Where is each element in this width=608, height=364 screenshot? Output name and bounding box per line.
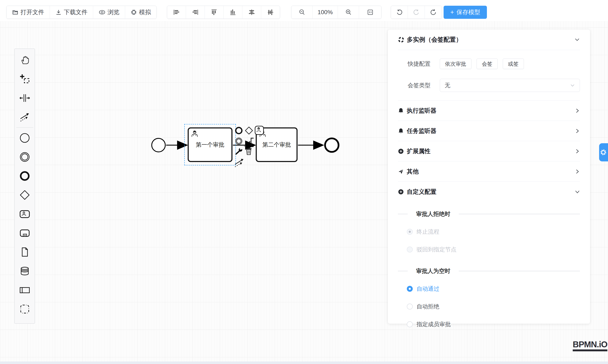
divider-line [398, 271, 408, 271]
create-participant[interactable] [14, 281, 35, 299]
bottom-bar [0, 362, 608, 364]
radio-auto-pass[interactable]: 自动通过 [407, 285, 580, 293]
sign-type-value: 无 [445, 81, 570, 89]
bpmn-io-logo[interactable]: BPMN.iO [573, 340, 607, 351]
quick-config-label: 快捷配置 [408, 60, 440, 68]
chevron-down-icon[interactable] [574, 37, 580, 42]
align-right-button[interactable] [186, 6, 205, 19]
simulate-button[interactable]: 模拟 [125, 6, 156, 19]
fit-viewport-icon [367, 9, 374, 16]
download-file-button[interactable]: 下载文件 [50, 6, 93, 19]
data-store-icon [19, 266, 30, 276]
section-custom-config[interactable]: 自定义配置 [398, 182, 580, 202]
save-model-button[interactable]: + 保存模型 [444, 6, 487, 19]
radio-return-to-node[interactable]: 驳回到指定节点 [407, 246, 580, 253]
zoom-level-value: 100% [318, 9, 333, 16]
zoom-in-button[interactable] [338, 6, 359, 19]
participant-icon [19, 285, 30, 296]
align-button-group [167, 6, 280, 19]
align-bottom-button[interactable] [224, 6, 242, 19]
wrench-icon[interactable] [235, 147, 243, 156]
bpmn-editor-app: 打开文件 下载文件 浏览 模拟 [0, 0, 608, 364]
radio-assign-member[interactable]: 指定成员审批 [407, 321, 580, 328]
download-icon [55, 9, 62, 15]
trash-icon[interactable] [244, 147, 253, 156]
quick-config-sequential-button[interactable]: 依次审批 [440, 59, 472, 69]
simulate-label: 模拟 [139, 8, 151, 16]
space-tool[interactable] [14, 89, 35, 107]
chevron-right-icon [575, 108, 580, 113]
section-extended-properties[interactable]: 扩展属性 [398, 141, 580, 161]
radio-label: 自动通过 [417, 285, 439, 293]
create-user-task[interactable] [14, 205, 35, 223]
subprocess-icon [19, 228, 30, 238]
open-file-button[interactable]: 打开文件 [7, 6, 50, 19]
connect-icon[interactable] [234, 157, 245, 168]
append-end-event-icon[interactable] [235, 126, 243, 135]
undo-button[interactable] [391, 6, 408, 19]
align-center-horizontal-button[interactable] [242, 6, 261, 19]
append-user-task-icon[interactable] [254, 126, 264, 135]
create-data-store[interactable] [14, 261, 35, 281]
redo-button[interactable] [408, 6, 425, 19]
quick-config-orsign-button[interactable]: 或签 [503, 59, 524, 69]
append-gateway-icon[interactable] [245, 126, 253, 135]
undo-icon [396, 9, 403, 16]
global-connect-tool[interactable] [14, 107, 35, 127]
section-task-listener[interactable]: 任务监听器 [398, 121, 580, 141]
preview-button[interactable]: 浏览 [93, 6, 125, 19]
align-left-button[interactable] [167, 6, 186, 19]
settings-tab[interactable] [599, 143, 608, 161]
folder-open-icon [12, 9, 18, 15]
align-middle-vertical-button[interactable] [261, 6, 280, 19]
plus-icon: + [450, 9, 454, 15]
radio-auto-reject[interactable]: 自动拒绝 [407, 303, 580, 310]
section-label: 执行监听器 [407, 107, 572, 115]
sign-type-label: 会签类型 [408, 81, 440, 89]
zoom-level-display[interactable]: 100% [313, 6, 338, 19]
refresh-button[interactable] [425, 6, 442, 19]
align-top-icon [211, 9, 217, 16]
end-event-shape[interactable] [324, 138, 339, 153]
space-tool-icon [19, 92, 30, 104]
panel-header[interactable]: 多实例（会签配置） [398, 30, 580, 50]
section-label: 扩展属性 [407, 147, 572, 155]
align-left-icon [173, 9, 180, 16]
preview-label: 浏览 [107, 8, 119, 16]
align-top-button[interactable] [205, 6, 224, 19]
section-other[interactable]: 其他 [398, 161, 580, 182]
create-gateway[interactable] [14, 185, 35, 205]
chip-icon [131, 9, 137, 15]
toolbar: 打开文件 下载文件 浏览 模拟 [0, 6, 608, 19]
create-intermediate-event[interactable] [14, 147, 35, 167]
history-button-group [391, 6, 442, 19]
create-data-object[interactable] [14, 243, 35, 261]
gear-icon [599, 148, 608, 156]
quick-config-row: 快捷配置 依次审批 会签 或签 [408, 59, 580, 69]
divider-line [398, 214, 408, 214]
sign-type-select[interactable]: 无 [440, 79, 580, 92]
section-execution-listener[interactable]: 执行监听器 [398, 100, 580, 121]
create-start-event[interactable] [14, 129, 35, 147]
append-intermediate-event-icon[interactable] [235, 137, 243, 145]
context-pad [233, 126, 267, 168]
task-first-approval[interactable]: 第一个审批 [188, 127, 232, 162]
refresh-icon [430, 9, 436, 16]
create-group[interactable] [14, 299, 35, 319]
palette-separator [16, 127, 33, 128]
lasso-tool[interactable] [14, 69, 35, 89]
start-event-shape[interactable] [151, 138, 166, 152]
quick-config-countersign-button[interactable]: 会签 [476, 59, 498, 69]
create-end-event[interactable] [14, 167, 35, 185]
divider-line [459, 214, 580, 214]
radio-label: 终止流程 [417, 228, 439, 235]
radio-terminate-process[interactable]: 终止流程 [407, 228, 580, 235]
hand-tool[interactable] [14, 51, 35, 69]
create-subprocess[interactable] [14, 223, 35, 243]
chevron-right-icon [575, 149, 580, 154]
global-connect-icon [19, 112, 30, 123]
chevron-right-icon [575, 129, 580, 133]
zoom-button-group: 100% [291, 6, 382, 19]
zoom-out-button[interactable] [291, 6, 313, 19]
fit-viewport-button[interactable] [359, 6, 381, 19]
